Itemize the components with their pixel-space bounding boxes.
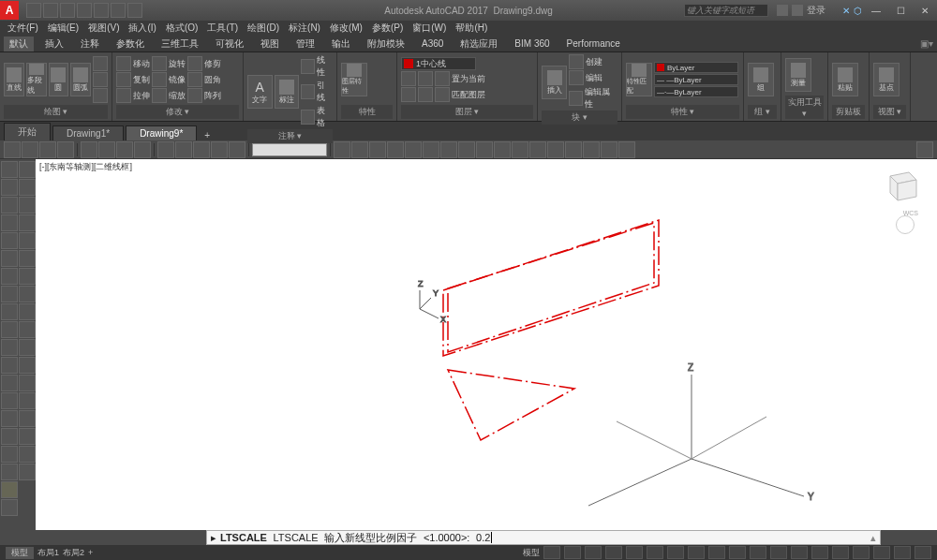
layer-btn5-icon[interactable] [418,87,433,102]
tb18-icon[interactable] [405,141,422,158]
tab-view[interactable]: 视图 [255,37,285,52]
tab-a360[interactable]: A360 [416,37,449,50]
menu-edit[interactable]: 编辑(E) [44,22,82,35]
status-otrack-icon[interactable] [667,546,684,559]
lineweight-combo[interactable]: —·— ByLayer [654,86,738,97]
layer-btn1-icon[interactable] [401,71,416,86]
status-model-label[interactable]: 模型 [523,547,540,559]
tool-region-icon[interactable] [1,446,18,463]
status-osnap-icon[interactable] [626,546,643,559]
menu-file[interactable]: 文件(F) [4,22,42,35]
command-input-value[interactable]: 0.2 [476,532,490,543]
command-dropdown-icon[interactable]: ▴ [870,532,876,544]
status-add-layout[interactable]: + [88,548,93,557]
line-button[interactable]: 直线 [4,63,24,96]
panel-block-title[interactable]: 块 ▾ [542,111,617,125]
tool-extend-icon[interactable] [19,339,36,356]
block-editattr-icon[interactable] [569,91,583,106]
tb9-icon[interactable] [157,141,174,158]
panel-properties-title[interactable]: 特性 ▾ [626,105,739,119]
tab-3dtools[interactable]: 三维工具 [156,37,204,52]
tool-spline-icon[interactable] [1,303,18,320]
qat-undo-icon[interactable] [111,3,126,18]
tool-fillet-icon[interactable] [19,428,36,445]
qat-redo-icon[interactable] [127,3,142,18]
tool-xline-icon[interactable] [1,179,18,196]
doctab-drawing9[interactable]: Drawing9* [126,125,197,140]
drawing-canvas[interactable]: X Y Z Z Y [36,159,937,530]
tool-break-icon[interactable] [19,357,36,374]
tb8-icon[interactable] [134,141,151,158]
status-polar-icon[interactable] [605,546,622,559]
status-model-tab[interactable]: 模型 [6,547,34,559]
tool-hatch-icon[interactable] [1,410,18,427]
menu-tools[interactable]: 工具(T) [203,22,242,35]
tb25-icon[interactable] [529,141,546,158]
layer-btn4-icon[interactable] [401,87,416,102]
tool-point-icon[interactable] [1,392,18,409]
tool-mirror-icon[interactable] [19,197,36,214]
tool-ellipsearc-icon[interactable] [1,339,18,356]
doctab-drawing1[interactable]: Drawing1* [52,125,124,140]
tb2-icon[interactable] [22,141,38,158]
panel-utilities-title[interactable]: 实用工具 ▾ [785,96,824,119]
status-ortho-icon[interactable] [585,546,602,559]
tool-line-icon[interactable] [1,161,18,178]
menu-modify[interactable]: 修改(M) [326,22,366,35]
tb13-icon[interactable] [229,141,245,158]
tool-chamfer-icon[interactable] [19,410,36,427]
tool-trim-icon[interactable] [19,321,36,338]
text-button[interactable]: A文字 [247,75,273,109]
tb1-icon[interactable] [4,141,21,158]
tb-fx-icon[interactable] [916,141,933,158]
panel-props-title[interactable]: 特性 [341,105,393,119]
tab-manage[interactable]: 管理 [290,37,320,52]
menu-dimension[interactable]: 标注(N) [285,22,324,35]
leader-icon[interactable] [301,84,315,99]
doctab-add-button[interactable]: + [199,130,216,140]
tb16-icon[interactable] [369,141,386,158]
status-iso-icon[interactable] [873,546,890,559]
status-ws-icon[interactable] [832,546,849,559]
user-area[interactable]: 登录 ✕ ⬡ [777,4,862,17]
tb19-icon[interactable] [423,141,439,158]
tb21-icon[interactable] [458,141,475,158]
status-hw-icon[interactable] [853,546,870,559]
tool-offset-icon[interactable] [19,214,36,231]
menu-insert[interactable]: 插入(I) [125,22,159,35]
copy-icon[interactable] [116,72,131,87]
tb4-icon[interactable] [57,141,74,158]
tb6-icon[interactable] [98,141,115,158]
tab-performance[interactable]: Performance [561,37,626,50]
qat-open-icon[interactable] [43,3,58,18]
tab-addins[interactable]: 附加模块 [362,37,410,52]
tb23-icon[interactable] [494,141,511,158]
qat-saveas-icon[interactable] [77,3,92,18]
polyline-button[interactable]: 多段线 [26,63,47,96]
tool-blend-icon[interactable] [19,446,36,463]
trim-icon[interactable] [187,56,202,71]
color-combo[interactable]: ByLayer [654,62,738,73]
paste-button[interactable]: 粘贴 [832,63,858,96]
menu-draw[interactable]: 绘图(D) [244,22,283,35]
tb15-icon[interactable] [351,141,368,158]
menu-view[interactable]: 视图(V) [84,22,123,35]
qat-plot-icon[interactable] [94,3,109,18]
tool-explode-icon[interactable] [19,464,36,480]
panel-annotation-title[interactable]: 注释 ▾ [247,129,333,143]
signin-label[interactable]: 登录 [807,4,825,17]
tab-featured[interactable]: 精选应用 [454,37,503,52]
tb30-icon[interactable] [618,141,635,158]
menu-help[interactable]: 帮助(H) [452,22,491,35]
help-search-input[interactable]: 键入关键字或短语 [684,4,768,17]
doctab-start[interactable]: 开始 [4,123,51,140]
tool-gradient-icon[interactable] [1,428,18,445]
maximize-button[interactable]: ☐ [888,2,913,19]
tool-stretch-icon[interactable] [19,303,36,320]
array-icon[interactable] [187,88,202,103]
block-create-icon[interactable] [569,54,584,69]
ribbon-collapse-icon[interactable]: ▣▾ [920,38,933,49]
mirror-icon[interactable] [152,72,167,87]
tool-pline-icon[interactable] [1,197,18,214]
tb11-icon[interactable] [193,141,210,158]
